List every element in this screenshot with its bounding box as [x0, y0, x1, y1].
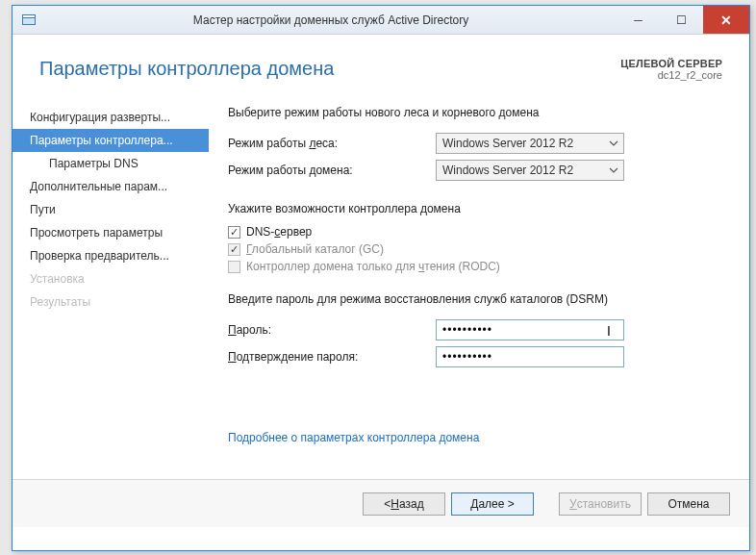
sidebar: Конфигурация разверты... Параметры контр… [13, 102, 209, 479]
wizard-window: Мастер настройки доменных служб Active D… [12, 5, 750, 551]
sidebar-item-dc-options[interactable]: Параметры контроллера... [13, 129, 209, 152]
svg-rect-1 [23, 15, 35, 17]
next-button[interactable]: Далее > [451, 492, 534, 516]
window-title: Мастер настройки доменных служб Active D… [45, 13, 617, 27]
back-button[interactable]: < Назад [363, 492, 445, 516]
chevron-down-icon [608, 164, 619, 176]
cancel-button[interactable]: Отмена [647, 492, 730, 516]
dns-checkbox[interactable] [228, 226, 240, 239]
gc-checkbox-row: Глобальный каталог (GC) [228, 242, 722, 256]
rodc-checkbox-label: Контроллер домена только для чтения (ROD… [246, 260, 500, 273]
sidebar-item-prereq-check[interactable]: Проверка предваритель... [13, 244, 209, 267]
sidebar-item-review-options[interactable]: Просмотреть параметры [13, 221, 209, 244]
maximize-button[interactable]: ☐ [660, 6, 703, 34]
domain-level-combobox[interactable]: Windows Server 2012 R2 [436, 160, 624, 181]
page-title: Параметры контроллера домена [39, 58, 334, 80]
body: Конфигурация разверты... Параметры контр… [13, 90, 749, 479]
dns-checkbox-row: DNS-сервер [228, 225, 722, 239]
install-button: Установить [559, 492, 642, 516]
titlebar[interactable]: Мастер настройки доменных служб Active D… [13, 6, 749, 35]
domain-level-row: Режим работы домена: Windows Server 2012… [228, 160, 722, 181]
sidebar-item-paths[interactable]: Пути [13, 198, 209, 221]
target-server-label: ЦЕЛЕВОЙ СЕРВЕР [620, 58, 722, 69]
close-button[interactable]: ✕ [703, 6, 749, 34]
sidebar-item-results: Результаты [13, 290, 209, 314]
app-icon [18, 10, 39, 31]
domain-level-value: Windows Server 2012 R2 [442, 164, 573, 177]
gc-checkbox [228, 243, 240, 256]
rodc-checkbox [228, 261, 240, 273]
password-label: Пароль: [228, 323, 436, 337]
domain-level-label: Режим работы домена: [228, 164, 436, 177]
target-server-box: ЦЕЛЕВОЙ СЕРВЕР dc12_r2_core [620, 58, 722, 81]
footer: < Назад Далее > Установить Отмена [13, 479, 749, 527]
forest-level-combobox[interactable]: Windows Server 2012 R2 [436, 133, 624, 154]
confirm-password-field[interactable] [442, 347, 617, 366]
chevron-down-icon [608, 138, 619, 149]
confirm-password-label: Подтверждение пароля: [228, 350, 436, 364]
dsrm-section: Введите пароль для режима восстановления… [228, 292, 722, 367]
text-cursor-icon: I [607, 323, 612, 339]
header: Параметры контроллера домена ЦЕЛЕВОЙ СЕР… [13, 35, 749, 90]
forest-level-label: Режим работы леса: [228, 137, 436, 150]
password-input[interactable]: I [436, 319, 624, 341]
rodc-checkbox-row: Контроллер домена только для чтения (ROD… [228, 260, 722, 273]
gc-checkbox-label: Глобальный каталог (GC) [246, 242, 384, 256]
password-row: Пароль: I [228, 319, 722, 341]
window-buttons: ─ ☐ ✕ [617, 6, 749, 34]
capabilities-title: Укажите возможности контроллера домена [228, 202, 722, 215]
sidebar-item-deployment-config[interactable]: Конфигурация разверты... [13, 106, 209, 129]
sidebar-item-installation: Установка [13, 267, 209, 290]
forest-level-value: Windows Server 2012 R2 [442, 137, 573, 150]
sidebar-item-additional-options[interactable]: Дополнительные парам... [13, 175, 209, 198]
main-panel: Выберите режим работы нового леса и корн… [209, 102, 749, 479]
sidebar-item-dns-options[interactable]: Параметры DNS [13, 152, 209, 175]
forest-level-row: Режим работы леса: Windows Server 2012 R… [228, 133, 722, 154]
confirm-password-row: Подтверждение пароля: [228, 346, 722, 367]
password-field[interactable] [442, 320, 617, 340]
minimize-button[interactable]: ─ [617, 6, 660, 34]
select-mode-text: Выберите режим работы нового леса и корн… [228, 106, 722, 119]
dns-checkbox-label: DNS-сервер [246, 225, 312, 239]
dsrm-text: Введите пароль для режима восстановления… [228, 292, 722, 306]
confirm-password-input[interactable] [436, 346, 624, 367]
target-server-value: dc12_r2_core [620, 69, 722, 81]
more-info-link[interactable]: Подробнее о параметрах контроллера домен… [228, 431, 479, 444]
svg-rect-2 [23, 18, 35, 24]
